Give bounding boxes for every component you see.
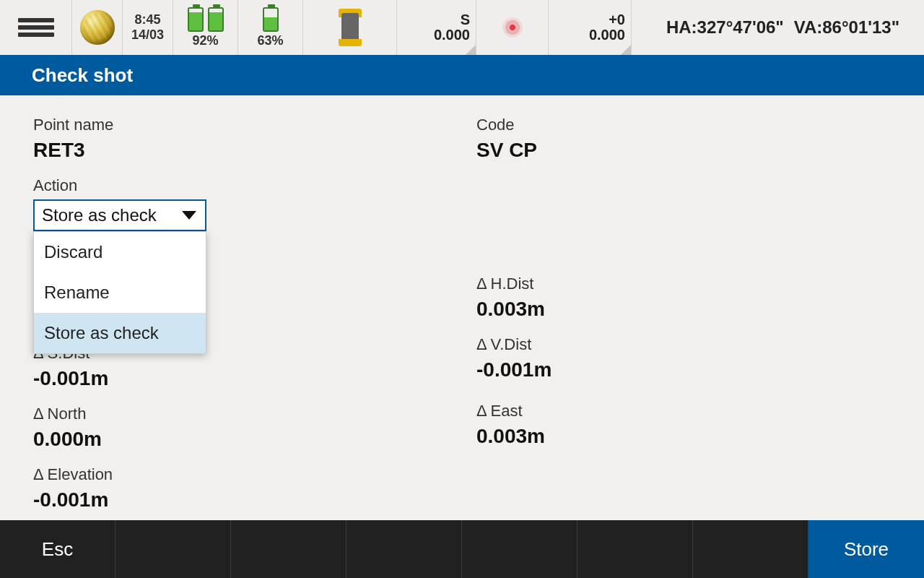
s-label: S <box>461 12 470 27</box>
battery-full-icon <box>208 7 224 32</box>
battery-instrument[interactable]: 63% <box>238 0 303 55</box>
code-value: SV CP <box>476 139 891 162</box>
vertical-angle: VA:86°01'13" <box>794 17 899 38</box>
delta-east-value: 0.003m <box>476 425 891 448</box>
chevron-down-icon <box>182 211 196 220</box>
point-name-value: RET3 <box>33 139 448 162</box>
globe-icon <box>80 10 115 45</box>
battery2-percent: 63% <box>257 33 283 48</box>
action-option-discard[interactable]: Discard <box>34 232 206 272</box>
action-option-store-as-check[interactable]: Store as check <box>34 313 206 353</box>
instrument-button[interactable] <box>303 0 397 55</box>
delta-sdist-value: -0.001m <box>33 367 448 390</box>
code-label: Code <box>476 116 891 134</box>
battery-partial-icon <box>263 7 279 32</box>
offset-value: 0.000 <box>589 27 625 43</box>
delta-elev-label: Δ Elevation <box>33 465 448 484</box>
menu-button[interactable] <box>0 0 72 55</box>
action-dropdown: Discard Rename Store as check <box>33 231 206 354</box>
s-distance-display[interactable]: S 0.000 <box>397 0 476 55</box>
delta-north-value: 0.000m <box>33 428 448 451</box>
s-value: 0.000 <box>434 27 470 43</box>
softkey-2[interactable] <box>116 520 231 578</box>
date-text: 14/03 <box>131 27 164 43</box>
time-text: 8:45 <box>134 12 160 27</box>
total-station-icon <box>336 9 365 46</box>
delta-north-label: Δ North <box>33 405 448 423</box>
delta-hdist-label: Δ H.Dist <box>476 275 891 293</box>
softkey-7[interactable] <box>693 520 808 578</box>
main-content: Point name RET3 Code SV CP Action Store … <box>0 95 924 520</box>
offset-display[interactable]: +0 0.000 <box>549 0 632 55</box>
esc-button[interactable]: Esc <box>0 520 116 578</box>
bottom-toolbar: Esc Store <box>0 520 924 578</box>
status-bar: 8:45 14/03 92% 63% S 0.000 +0 0.000 HA:3… <box>0 0 924 55</box>
hamburger-icon <box>18 15 54 40</box>
softkey-4[interactable] <box>346 520 462 578</box>
action-label: Action <box>33 176 448 195</box>
offset-label: +0 <box>609 12 625 27</box>
store-button[interactable]: Store <box>808 520 924 578</box>
point-name-label: Point name <box>33 116 448 134</box>
globe-button[interactable] <box>72 0 123 55</box>
action-option-rename[interactable]: Rename <box>34 272 206 313</box>
horizontal-angle: HA:327°47'06" <box>666 17 784 38</box>
angles-display[interactable]: HA:327°47'06" VA:86°01'13" <box>632 0 924 55</box>
datetime-display[interactable]: 8:45 14/03 <box>123 0 173 55</box>
softkey-6[interactable] <box>578 520 693 578</box>
softkey-3[interactable] <box>231 520 346 578</box>
action-selected-value: Store as check <box>42 205 157 225</box>
action-select[interactable]: Store as check <box>33 199 206 231</box>
target-button[interactable] <box>476 0 549 55</box>
title-bar: Check shot <box>0 55 924 95</box>
softkey-5[interactable] <box>462 520 578 578</box>
delta-east-label: Δ East <box>476 402 891 420</box>
battery1-percent: 92% <box>192 33 218 48</box>
page-title: Check shot <box>32 64 133 87</box>
battery-controller[interactable]: 92% <box>173 0 238 55</box>
target-icon <box>502 17 523 38</box>
delta-hdist-value: 0.003m <box>476 298 891 321</box>
delta-elev-value: -0.001m <box>33 488 448 512</box>
battery-full-icon <box>188 7 204 32</box>
